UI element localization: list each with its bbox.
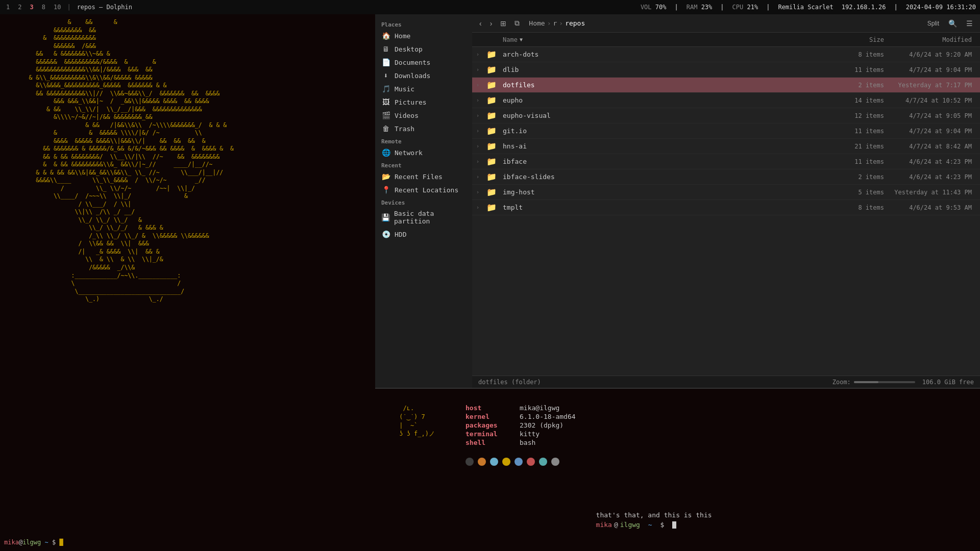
back-button[interactable]: ‹: [476, 17, 485, 30]
recent-label: Recent: [375, 159, 472, 170]
sidebar-item-trash[interactable]: 🗑 Trash: [375, 122, 472, 135]
sidebar-item-partition[interactable]: 💾 Basic data partition: [375, 207, 472, 228]
recent-locations-icon: 📍: [381, 186, 390, 194]
table-row[interactable]: › 📁 img-host 5 items Yesterday at 11:43 …: [472, 185, 980, 200]
dolphin-top: Places 🏠 Home 🖥 Desktop 📄 Documents ⬇ Do…: [375, 14, 980, 388]
detail-view-button[interactable]: ⧉: [511, 17, 523, 30]
breadcrumb: Home › r › repos: [529, 19, 918, 27]
color-dot-4: [514, 458, 523, 466]
table-row[interactable]: › 📁 tmplt 8 items 4/6/24 at 9:53 AM: [472, 200, 980, 215]
workspace-2[interactable]: 2: [16, 4, 23, 11]
file-size: 11 items: [833, 158, 884, 165]
window-title: repos — Dolphin: [77, 4, 132, 11]
devices-label: Devices: [375, 196, 472, 207]
sidebar-item-recent-files[interactable]: 📂 Recent Files: [375, 170, 472, 183]
file-size: 11 items: [833, 66, 884, 73]
file-name: tmplt: [503, 204, 833, 211]
sysinfo-row-host: host mika@ilgwg: [465, 404, 576, 412]
topbar-stats: VOL 70% | RAM 23% | CPU 21% | Remilia Sc…: [641, 4, 976, 11]
icon-view-button[interactable]: ⊞: [497, 17, 509, 30]
sysinfo-row-packages: packages 2302 (dpkg): [465, 421, 576, 429]
sidebar-item-music[interactable]: 🎵 Music: [375, 82, 472, 95]
packages-label: packages: [465, 421, 511, 429]
file-size: 8 items: [833, 204, 884, 211]
workspace-1[interactable]: 1: [4, 4, 12, 11]
breadcrumb-current: repos: [565, 19, 585, 27]
shell-val: bash: [520, 439, 535, 446]
sidebar-item-documents[interactable]: 📄 Documents: [375, 56, 472, 69]
topbar-separator: |: [67, 4, 70, 11]
file-list: › 📁 arch-dots 8 items 4/6/24 at 9:20 AM …: [472, 47, 980, 375]
table-row[interactable]: › 📁 arch-dots 8 items 4/6/24 at 9:20 AM: [472, 47, 980, 62]
kernel-val: 6.1.0-18-amd64: [520, 413, 576, 420]
sidebar-item-recent-locations[interactable]: 📍 Recent Locations: [375, 183, 472, 196]
topbar: 1 2 3 8 10 | repos — Dolphin VOL 70% | R…: [0, 0, 980, 14]
file-modified: 4/7/24 at 8:42 AM: [884, 143, 976, 150]
sidebar-videos-label: Videos: [395, 112, 419, 119]
sidebar-pictures-label: Pictures: [395, 98, 427, 106]
menu-button[interactable]: ☰: [963, 17, 976, 30]
terminal-bottom[interactable]: /ʟ. (˙‿˙) 7 | ~` ʖ ʖ f_,)ノ host mika@ilg…: [375, 388, 980, 551]
sidebar-item-network[interactable]: 🌐 Network: [375, 146, 472, 159]
ram-stat: RAM 23%: [687, 4, 713, 11]
sidebar-item-pictures[interactable]: 🖼 Pictures: [375, 95, 472, 109]
workspace-8[interactable]: 8: [40, 4, 47, 11]
sidebar-item-home[interactable]: 🏠 Home: [375, 29, 472, 42]
breadcrumb-r[interactable]: r: [553, 19, 557, 27]
documents-icon: 📄: [381, 58, 390, 66]
file-name: arch-dots: [503, 51, 833, 58]
col-size-header: Size: [833, 36, 884, 43]
music-icon: 🎵: [381, 85, 390, 93]
sidebar-item-videos[interactable]: 🎬 Videos: [375, 109, 472, 122]
table-row[interactable]: › 📁 dlib 11 items 4/7/24 at 9:04 PM: [472, 62, 980, 78]
sidebar-recent-files-label: Recent Files: [395, 173, 443, 181]
table-row[interactable]: › 📁 eupho-visual 12 items 4/7/24 at 9:05…: [472, 108, 980, 123]
topbar-sep2: |: [720, 4, 724, 11]
table-row[interactable]: › 📁 git.io 11 items 4/7/24 at 9:04 PM: [472, 123, 980, 139]
file-modified: Yesterday at 7:17 PM: [884, 82, 976, 89]
sidebar-item-downloads[interactable]: ⬇ Downloads: [375, 69, 472, 82]
file-modified: 4/6/24 at 9:53 AM: [884, 204, 976, 211]
col-name-header[interactable]: Name ▼: [503, 36, 833, 43]
topbar-sep1: |: [674, 4, 678, 11]
sysinfo-row-kernel: kernel 6.1.0-18-amd64: [465, 413, 576, 420]
toolbar-right: Split 🔍 ☰: [924, 17, 976, 30]
sidebar-item-desktop[interactable]: 🖥 Desktop: [375, 42, 472, 56]
sidebar-music-label: Music: [395, 85, 414, 93]
host-val: mika@ilgwg: [520, 404, 559, 412]
workspace-10[interactable]: 10: [52, 4, 63, 11]
zoom-label: Zoom:: [832, 379, 851, 386]
terminal-left[interactable]: & && & &&&&&&&& && & &&&&&&&&&&&& &&&&&&…: [0, 14, 375, 551]
recent-files-icon: 📂: [381, 172, 390, 181]
desktop-icon: 🖥: [381, 45, 390, 53]
remote-label: Remote: [375, 135, 472, 146]
breadcrumb-home[interactable]: Home: [529, 19, 545, 27]
table-row[interactable]: › 📁 ibface-slides 2 items 4/6/24 at 4:23…: [472, 169, 980, 185]
file-modified: 4/6/24 at 9:20 AM: [884, 51, 976, 58]
places-label: Places: [375, 18, 472, 29]
kernel-label: kernel: [465, 413, 511, 420]
split-button[interactable]: Split: [924, 18, 942, 29]
table-row[interactable]: › 📁 ibface 11 items 4/6/24 at 4:23 PM: [472, 154, 980, 169]
statusbar: dotfiles (folder) Zoom: 106.0 GiB free: [472, 375, 980, 388]
color-dot-1: [478, 458, 486, 466]
search-button[interactable]: 🔍: [945, 17, 960, 30]
workspace-3[interactable]: 3: [28, 4, 35, 11]
zoom-slider[interactable]: [854, 381, 915, 383]
terminal-label: terminal: [465, 430, 511, 438]
color-dot-2: [490, 458, 498, 466]
table-row[interactable]: › 📁 dotfiles 2 items Yesterday at 7:17 P…: [472, 78, 980, 93]
zoom-section: Zoom: 106.0 GiB free: [832, 379, 974, 386]
color-dot-6: [539, 458, 547, 466]
table-row[interactable]: › 📁 hns-ai 21 items 4/7/24 at 8:42 AM: [472, 139, 980, 154]
table-row[interactable]: › 📁 eupho 14 items 4/7/24 at 10:52 PM: [472, 93, 980, 108]
sidebar-item-hdd[interactable]: 💿 HDD: [375, 228, 472, 241]
file-name: eupho: [503, 96, 833, 104]
sidebar: Places 🏠 Home 🖥 Desktop 📄 Documents ⬇ Do…: [375, 14, 472, 388]
that-text: that's that, and this is this: [596, 511, 712, 519]
dolphin-toolbar: ‹ › ⊞ ⧉ Home › r › repos Split 🔍 ☰: [472, 14, 980, 33]
file-list-header: Name ▼ Size Modified: [472, 33, 980, 47]
file-size: 14 items: [833, 97, 884, 104]
neofetch-ascii: /ʟ. (˙‿˙) 7 | ~` ʖ ʖ f_,)ノ: [396, 404, 435, 438]
forward-button[interactable]: ›: [487, 17, 496, 30]
